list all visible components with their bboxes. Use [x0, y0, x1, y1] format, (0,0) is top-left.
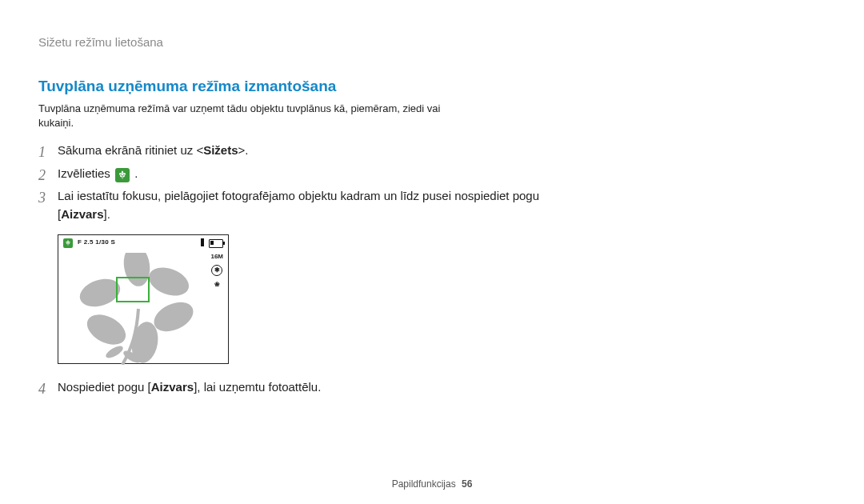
shots-remaining-icon	[201, 238, 204, 246]
svg-point-9	[66, 242, 67, 242]
svg-point-0	[122, 173, 124, 175]
step-bold: Sižets	[203, 143, 238, 157]
svg-point-11	[66, 243, 68, 244]
breadcrumb: Sižetu režīmu lietošana	[38, 35, 826, 49]
focus-box	[116, 277, 150, 302]
step-text: >.	[238, 143, 249, 157]
camera-top-bar: F 2.5 1/30 S	[63, 238, 223, 250]
intro-text: Tuvplāna uzņēmuma režīmā var uzņemt tādu…	[38, 102, 454, 130]
svg-point-18	[82, 309, 131, 351]
svg-point-8	[67, 241, 68, 242]
macro-mode-icon	[115, 168, 130, 182]
camera-right-icons: 16M ✱ ❀	[210, 253, 223, 288]
step-4: 4 Nospiediet pogu [Aizvars], lai uzņemtu…	[38, 378, 570, 397]
step-1: 1 Sākuma ekrānā ritiniet uz <Sižets>.	[38, 142, 570, 160]
step-number: 1	[38, 142, 46, 163]
step-number: 4	[38, 378, 46, 400]
page-footer: Papildfunkcijas 56	[0, 478, 864, 490]
step-3: 3 Lai iestatītu fokusu, pielāgojiet foto…	[38, 187, 570, 223]
svg-point-7	[67, 242, 69, 243]
exposure-label: F 2.5 1/30 S	[78, 238, 115, 246]
step-text: Nospiediet pogu [	[58, 380, 151, 394]
svg-point-20	[104, 344, 125, 361]
step-text: ], lai uzņemtu fotoattēlu.	[194, 380, 321, 394]
section-title: Tuvplāna uzņēmuma režīma izmantošana	[38, 78, 826, 95]
page-number: 56	[462, 478, 472, 490]
svg-point-1	[122, 170, 123, 173]
svg-rect-6	[122, 176, 123, 178]
step-text: ].	[104, 207, 110, 221]
svg-point-15	[145, 262, 193, 301]
step-text: Sākuma ekrānā ritiniet uz <	[58, 143, 203, 157]
flower-illustration	[74, 253, 202, 365]
step-bold: Aizvars	[151, 380, 194, 394]
step-2: 2 Izvēlieties .	[38, 165, 570, 183]
svg-rect-13	[68, 244, 69, 246]
svg-point-12	[68, 243, 70, 244]
macro-glyph-icon: ❀	[214, 281, 220, 288]
step-text: Izvēlieties	[58, 166, 114, 180]
steps-list: 1 Sākuma ekrānā ritiniet uz <Sižets>. 2 …	[38, 142, 826, 223]
camera-preview: F 2.5 1/30 S 16M ✱ ❀	[58, 234, 229, 364]
step-text: .	[134, 166, 138, 180]
step-text: Lai iestatītu fokusu, pielāgojiet fotogr…	[58, 189, 539, 221]
svg-point-10	[69, 242, 70, 242]
step-bold: Aizvars	[61, 207, 103, 221]
battery-icon	[209, 239, 223, 248]
macro-indicator-icon	[63, 238, 73, 248]
step-number: 2	[38, 165, 46, 186]
step-number: 3	[38, 187, 46, 209]
footer-label: Papildfunkcijas	[392, 478, 456, 490]
steps-list-cont: 4 Nospiediet pogu [Aizvars], lai uzņemtu…	[38, 378, 826, 397]
resolution-label: 16M	[210, 253, 223, 260]
flash-icon: ✱	[211, 265, 222, 276]
